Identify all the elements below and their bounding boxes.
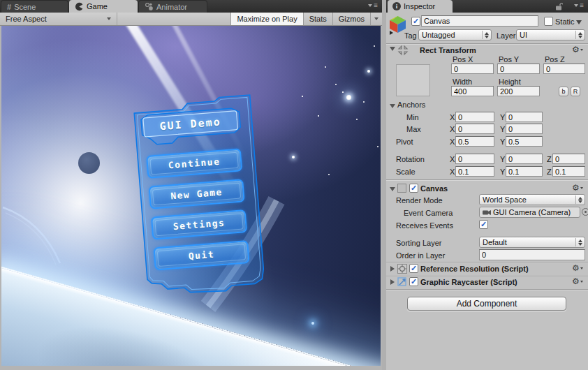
blueprint-mode-button[interactable]: b [559, 87, 568, 96]
render-mode-dropdown[interactable]: World Space [479, 194, 585, 205]
add-component-button[interactable]: Add Component [407, 297, 566, 311]
reference-resolution-checkbox[interactable]: ✓ [409, 264, 418, 273]
axis-y-label: Y [500, 155, 505, 163]
canvas-gear-icon[interactable]: ⚙ [572, 183, 583, 193]
reference-resolution-foldout[interactable] [390, 266, 395, 272]
tag-dropdown[interactable]: Untagged [418, 29, 492, 40]
rotation-z-field[interactable] [552, 154, 585, 164]
gameobject-active-checkbox[interactable]: ✓ [411, 17, 420, 26]
graphic-raycaster-foldout[interactable] [390, 279, 395, 285]
order-in-layer-field[interactable] [479, 249, 585, 260]
tab-game-label: Game [87, 2, 108, 10]
anchors-max-x-field[interactable] [455, 124, 494, 134]
anchors-foldout[interactable] [390, 104, 395, 108]
render-mode-stepper-icon [575, 195, 582, 204]
sorting-layer-dropdown[interactable]: Default [479, 237, 585, 248]
game-pane: # Scene Game Animator ≡ [0, 0, 382, 370]
pos-y-field[interactable] [497, 64, 540, 74]
star [325, 66, 326, 68]
gizmos-dropdown-button[interactable] [370, 13, 382, 25]
pivot-x-field[interactable] [455, 136, 494, 147]
inspector-menu-button[interactable]: ≡ [574, 2, 584, 9]
anchors-min-y-field[interactable] [506, 112, 543, 122]
receives-events-label: Receives Events [396, 221, 453, 230]
gui-demo-menu: GUI Demo Continue New Game Settings Quit [132, 94, 270, 302]
game-pane-menu-button[interactable]: ≡ [368, 2, 378, 9]
tab-animator[interactable]: Animator [138, 0, 207, 13]
rect-transform-foldout[interactable] [390, 47, 395, 51]
layer-dropdown[interactable]: UI [516, 29, 585, 40]
inspector-menu-dropdown-icon [574, 4, 578, 7]
anchors-min-x-field[interactable] [455, 112, 494, 122]
axis-y-label: Y [500, 168, 505, 176]
scale-label: Scale [396, 168, 416, 176]
reference-resolution-title: Reference Resolution (Script) [420, 265, 529, 273]
width-label: Width [453, 77, 472, 86]
aspect-dropdown-icon [107, 17, 111, 20]
star [335, 84, 337, 85]
order-in-layer-label: Order in Layer [396, 251, 445, 260]
height-label: Height [499, 77, 521, 86]
tab-scene-label: Scene [14, 3, 36, 11]
object-picker-icon[interactable] [582, 208, 588, 216]
rect-transform-anchor-icon [397, 45, 409, 56]
layer-stepper-icon [575, 31, 582, 39]
graphic-raycaster-gear-icon[interactable]: ⚙ [572, 276, 583, 286]
rotation-y-field[interactable] [506, 154, 543, 164]
pos-z-field[interactable] [543, 64, 585, 74]
receives-events-checkbox[interactable]: ✓ [479, 220, 488, 229]
tab-inspector[interactable]: i Inspector [388, 0, 453, 13]
canvas-foldout[interactable] [390, 187, 395, 191]
animator-nodes-icon [145, 2, 154, 11]
aspect-ratio-dropdown[interactable]: Free Aspect [0, 13, 117, 25]
tag-label: Tag [404, 31, 417, 40]
game-toolbar: Free Aspect Maximize on Play Stats Gizmo… [0, 13, 382, 26]
lock-icon[interactable] [555, 2, 563, 10]
event-camera-object-field[interactable]: GUI Camera (Camera) [479, 207, 580, 218]
rect-transform-gear-icon[interactable]: ⚙ [572, 45, 583, 54]
inspector-body: ✓ Static Tag Untagged Layer UI Rect Tran… [386, 13, 588, 370]
sorting-layer-stepper-icon [575, 238, 582, 246]
game-pacman-icon [75, 2, 84, 11]
tab-scene[interactable]: # Scene [1, 0, 68, 13]
anchors-max-y-field[interactable] [506, 124, 543, 134]
anchors-min-label: Min [406, 113, 419, 121]
stats-button[interactable]: Stats [303, 13, 332, 25]
tab-inspector-label: Inspector [404, 2, 435, 10]
rotation-x-field[interactable] [455, 154, 494, 164]
scale-z-field[interactable] [552, 166, 585, 177]
graphic-raycaster-title: Graphic Raycaster (Script) [420, 278, 517, 286]
scale-x-field[interactable] [455, 166, 494, 177]
canvas-enabled-checkbox[interactable]: ✓ [409, 184, 418, 193]
static-dropdown-icon[interactable] [576, 20, 582, 24]
star [311, 322, 314, 325]
star [292, 156, 295, 158]
static-checkbox[interactable] [544, 17, 553, 26]
star [367, 70, 370, 73]
pivot-y-field[interactable] [506, 136, 543, 147]
axis-x-label: X [450, 113, 455, 121]
anchors-label: Anchors [397, 101, 425, 109]
axis-z-label: Z [547, 155, 552, 163]
tab-game[interactable]: Game [69, 0, 138, 13]
gameobject-name-field[interactable] [421, 15, 538, 27]
pos-x-field[interactable] [451, 64, 494, 74]
game-viewport: GUI Demo Continue New Game Settings Quit [1, 26, 381, 366]
game-pane-tabbar: # Scene Game Animator ≡ [0, 0, 382, 13]
height-field[interactable] [497, 86, 540, 96]
width-field[interactable] [451, 86, 494, 96]
static-label: Static [555, 17, 575, 26]
camera-icon [483, 209, 491, 216]
gizmos-button[interactable]: Gizmos [332, 13, 370, 25]
raw-edit-mode-button[interactable]: R [571, 87, 580, 96]
star [342, 91, 344, 93]
reference-resolution-gear-icon[interactable]: ⚙ [572, 263, 583, 273]
graphic-raycaster-checkbox[interactable]: ✓ [409, 277, 418, 286]
pos-y-label: Pos Y [499, 55, 519, 64]
tab-animator-label: Animator [156, 3, 187, 11]
maximize-on-play-button[interactable]: Maximize on Play [230, 13, 302, 25]
layer-label: Layer [497, 31, 516, 40]
pane-menu-bars-icon: ≡ [374, 2, 378, 9]
star [318, 115, 319, 117]
scale-y-field[interactable] [506, 166, 543, 177]
